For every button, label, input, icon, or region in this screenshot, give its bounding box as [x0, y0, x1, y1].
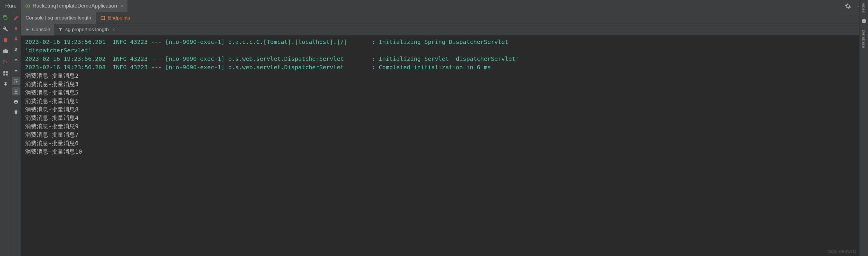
log-line: 消费消息-批量消息6 [25, 139, 864, 148]
run-toolbar: Run: RocketmqTemplateDemoApplication × [0, 0, 868, 12]
right-sidebar: vices Database [859, 0, 868, 256]
log-line: 消费消息-批量消息2 [25, 71, 864, 80]
endpoints-icon [101, 15, 106, 21]
down-arrow-icon[interactable] [12, 35, 20, 43]
exit-icon[interactable] [1, 58, 9, 66]
svg-rect-4 [5, 71, 7, 73]
scroll-up-icon[interactable] [12, 56, 20, 64]
main-area: Console | sg properties length Endpoints… [0, 12, 868, 256]
left-toolbar-secondary [11, 12, 21, 256]
log-line: 2023-02-16 19:23:56.201 INFO 43223 --- [… [25, 38, 864, 46]
sidebar-item-services[interactable]: vices [861, 3, 866, 13]
log-line: 消费消息-批量消息9 [25, 122, 864, 131]
svg-rect-6 [5, 73, 7, 76]
sub-tabs-bar: Console | sg properties length Endpoints [21, 12, 868, 24]
run-config-name: RocketmqTemplateDemoApplication [33, 3, 117, 9]
database-icon[interactable] [861, 19, 867, 24]
scroll-to-end-icon[interactable] [12, 87, 20, 95]
stop-button[interactable] [1, 36, 9, 44]
trash-icon[interactable] [12, 108, 20, 116]
spring-boot-icon [25, 3, 30, 9]
up-arrow-icon[interactable] [12, 25, 20, 33]
svg-rect-5 [3, 73, 5, 76]
svg-rect-2 [4, 38, 7, 42]
log-line: 'dispatcherServlet' [25, 46, 864, 55]
layout-icon[interactable] [1, 69, 9, 77]
tab-label: Console | sg properties length [26, 15, 91, 21]
inner-tab-filter[interactable]: sg properties length × [54, 24, 119, 35]
log-line: 消费消息-批量消息10 [25, 148, 864, 156]
inner-tabs-bar: Console sg properties length × [21, 24, 868, 35]
tab-label: sg properties length [65, 27, 108, 33]
soft-wrap-icon[interactable] [12, 77, 20, 85]
log-line: 消费消息-批量消息1 [25, 97, 864, 105]
tab-label: Endpoints [108, 15, 130, 21]
run-label: Run: [3, 3, 19, 9]
play-icon [25, 27, 30, 32]
camera-icon[interactable] [1, 47, 9, 55]
filter-icon [58, 27, 63, 32]
tab-console-properties[interactable]: Console | sg properties length [21, 12, 96, 24]
svg-rect-3 [3, 71, 5, 73]
gear-icon[interactable] [845, 3, 851, 9]
tab-endpoints[interactable]: Endpoints [96, 12, 135, 24]
edit-icon[interactable] [12, 14, 20, 22]
log-line: 2023-02-16 19:23:56.208 INFO 43223 --- [… [25, 63, 864, 71]
sidebar-item-database[interactable]: Database [861, 30, 866, 48]
inner-tab-console[interactable]: Console [21, 24, 54, 35]
log-line: 消费消息-批量消息4 [25, 114, 864, 122]
pin-icon[interactable] [1, 80, 9, 89]
wrench-icon[interactable] [1, 25, 9, 33]
print-icon[interactable] [12, 98, 20, 106]
log-line: 消费消息-批量消息5 [25, 89, 864, 97]
log-line: 消费消息-批量消息7 [25, 131, 864, 139]
run-config-tab[interactable]: RocketmqTemplateDemoApplication × [21, 0, 127, 12]
close-icon[interactable]: × [120, 3, 123, 9]
scroll-down-icon[interactable] [12, 66, 20, 74]
watermark: CSDN @HGW689 [828, 250, 856, 254]
left-toolbar-primary [0, 12, 11, 256]
log-line: 2023-02-16 19:23:56.202 INFO 43223 --- [… [25, 55, 864, 63]
sort-icon[interactable] [12, 45, 20, 54]
tab-label: Console [32, 27, 50, 33]
svg-point-11 [862, 19, 866, 21]
content-area: Console | sg properties length Endpoints… [21, 12, 868, 256]
rerun-button[interactable] [1, 14, 9, 22]
close-icon[interactable]: × [112, 27, 115, 32]
log-line: 消费消息-批量消息8 [25, 105, 864, 114]
log-line: 消费消息-批量消息3 [25, 80, 864, 89]
svg-point-0 [27, 5, 29, 7]
console-output[interactable]: 2023-02-16 19:23:56.201 INFO 43223 --- [… [21, 35, 868, 256]
